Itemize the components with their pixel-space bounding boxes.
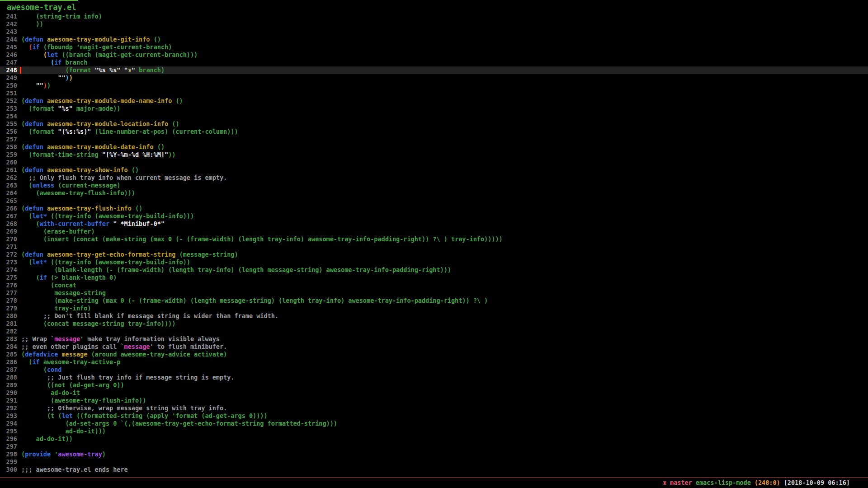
code-text: (if branch: [21, 59, 87, 66]
line-number: 282: [0, 328, 17, 335]
code-line[interactable]: 288 ;; Just flush tray info if message s…: [0, 374, 868, 381]
code-line[interactable]: 262 ;; Only flush tray info when current…: [0, 174, 868, 182]
code-line[interactable]: 277 message-string: [0, 289, 868, 297]
line-number: 297: [0, 443, 17, 450]
code-line[interactable]: 242 )): [0, 20, 868, 28]
line-number: 268: [0, 220, 17, 228]
code-line[interactable]: 253 (format "%s" major-mode)): [0, 105, 868, 113]
code-text: (defun awesome-tray-show-info (): [21, 166, 139, 174]
code-text: ;; Just flush tray info if message strin…: [21, 374, 234, 381]
line-number: 265: [0, 197, 17, 205]
line-number: 284: [0, 343, 17, 351]
code-line[interactable]: 271: [0, 243, 868, 251]
code-line[interactable]: 275 (if (> blank-length 0): [0, 274, 868, 282]
code-line[interactable]: 299: [0, 458, 868, 466]
code-line[interactable]: 281 (concat message-string tray-info)))): [0, 320, 868, 328]
code-line[interactable]: 295 ad-do-it))): [0, 427, 868, 435]
code-line[interactable]: 270 (insert (concat (make-string (max 0 …: [0, 235, 868, 243]
line-number: 275: [0, 274, 17, 282]
code-text: "")): [21, 82, 51, 89]
code-line[interactable]: 273 (let* ((tray-info (awesome-tray-buil…: [0, 258, 868, 266]
tab-bar: awesome-tray.el: [0, 0, 868, 13]
active-tab-indicator: [0, 0, 78, 1]
code-line[interactable]: 292 ;; Otherwise, wrap message string wi…: [0, 404, 868, 412]
code-line[interactable]: 289 ((not (ad-get-arg 0)): [0, 381, 868, 389]
line-number: 251: [0, 89, 17, 97]
code-line[interactable]: 287 (cond: [0, 366, 868, 374]
code-line[interactable]: 247 (if branch: [0, 59, 868, 66]
buffer[interactable]: 241 (string-trim info)242 ))243244(defun…: [0, 13, 868, 474]
cursor: [20, 67, 21, 74]
code-line[interactable]: 244(defun awesome-tray-module-git-info (…: [0, 36, 868, 43]
code-text: (format-time-string "[%Y-%m-%d %H:%M]")): [21, 151, 175, 158]
code-line[interactable]: 241 (string-trim info): [0, 13, 868, 20]
code-line[interactable]: 256 (format "(%s:%s)" (line-number-at-po…: [0, 128, 868, 136]
code-text: (let* ((tray-info (awesome-tray-build-in…: [21, 212, 194, 220]
code-line[interactable]: 254: [0, 113, 868, 120]
code-line[interactable]: 293 (t (let ((formatted-string (apply 'f…: [0, 412, 868, 420]
code-text: (concat message-string tray-info)))): [21, 320, 175, 327]
code-line[interactable]: 260: [0, 159, 868, 166]
code-line[interactable]: 263 (unless (current-message): [0, 182, 868, 189]
line-number: 279: [0, 305, 17, 312]
code-line[interactable]: 266(defun awesome-tray-flush-info (): [0, 205, 868, 212]
code-line[interactable]: 282: [0, 328, 868, 335]
code-line[interactable]: 264 (awesome-tray-flush-info))): [0, 189, 868, 197]
git-branch-icon: ♜: [663, 479, 666, 486]
code-line[interactable]: 291 (awesome-tray-flush-info)): [0, 397, 868, 404]
code-line[interactable]: 250 "")): [0, 82, 868, 89]
code-line[interactable]: 258(defun awesome-tray-module-date-info …: [0, 143, 868, 151]
code-line[interactable]: 286 (if awesome-tray-active-p: [0, 358, 868, 366]
code-line[interactable]: 279 tray-info): [0, 305, 868, 312]
code-line[interactable]: 265: [0, 197, 868, 205]
code-line[interactable]: 268 (with-current-buffer " *Minibuf-0*": [0, 220, 868, 228]
code-line[interactable]: 257: [0, 136, 868, 143]
code-text: (defun awesome-tray-flush-info (): [21, 205, 142, 212]
code-line[interactable]: 298(provide 'awesome-tray): [0, 450, 868, 458]
code-line[interactable]: 290 ad-do-it: [0, 389, 868, 397]
code-line[interactable]: 245 (if (fboundp 'magit-get-current-bran…: [0, 43, 868, 51]
code-line[interactable]: 274 (blank-length (- (frame-width) (leng…: [0, 266, 868, 274]
line-number: 261: [0, 166, 17, 174]
code-line[interactable]: 259 (format-time-string "[%Y-%m-%d %H:%M…: [0, 151, 868, 159]
code-line[interactable]: 284;; even other plugins call `message' …: [0, 343, 868, 351]
code-line[interactable]: 294 (ad-set-args 0 `(,(awesome-tray-get-…: [0, 420, 868, 427]
awesome-tray: ♜ master emacs-lisp-mode (248:0) [2018-1…: [0, 478, 868, 487]
code-line[interactable]: 300;;; awesome-tray.el ends here: [0, 466, 868, 474]
code-line[interactable]: 252(defun awesome-tray-module-mode-name-…: [0, 97, 868, 105]
code-line[interactable]: 248 (format "%s %s" "♜" branch): [0, 66, 868, 74]
line-number: 241: [0, 13, 17, 20]
code-line[interactable]: 283;; Wrap `message' make tray informati…: [0, 335, 868, 343]
code-text: ;; even other plugins call `message' to …: [21, 343, 227, 350]
code-text: (ad-set-args 0 `(,(awesome-tray-get-echo…: [21, 420, 337, 427]
code-text: ad-do-it)): [21, 435, 73, 442]
code-line[interactable]: 285(defadvice message (around awesome-tr…: [0, 351, 868, 358]
code-line[interactable]: 297: [0, 443, 868, 450]
code-line[interactable]: 246 (let ((branch (magit-get-current-bra…: [0, 51, 868, 59]
line-number: 296: [0, 435, 17, 443]
code-line[interactable]: 243: [0, 28, 868, 36]
code-line[interactable]: 280 ;; Don't fill blank if message strin…: [0, 312, 868, 320]
code-line[interactable]: 269 (erase-buffer): [0, 228, 868, 235]
code-text: (make-string (max 0 (- (frame-width) (le…: [21, 297, 488, 304]
code-text: (concat: [21, 282, 76, 289]
line-number: 291: [0, 397, 17, 404]
code-line[interactable]: 267 (let* ((tray-info (awesome-tray-buil…: [0, 212, 868, 220]
code-text: (defun awesome-tray-module-mode-name-inf…: [21, 97, 183, 104]
line-number: 244: [0, 36, 17, 43]
line-number: 270: [0, 235, 17, 243]
code-line[interactable]: 255(defun awesome-tray-module-location-i…: [0, 120, 868, 128]
line-number: 258: [0, 143, 17, 151]
code-line[interactable]: 296 ad-do-it)): [0, 435, 868, 443]
line-number: 280: [0, 312, 17, 320]
line-number: 286: [0, 358, 17, 366]
code-text: (format "%s" major-mode)): [21, 105, 120, 112]
line-number: 281: [0, 320, 17, 328]
code-line[interactable]: 249 "")): [0, 74, 868, 82]
code-line[interactable]: 278 (make-string (max 0 (- (frame-width)…: [0, 297, 868, 305]
buffer-tab[interactable]: awesome-tray.el: [7, 3, 76, 12]
code-line[interactable]: 251: [0, 89, 868, 97]
code-line[interactable]: 261(defun awesome-tray-show-info (): [0, 166, 868, 174]
code-line[interactable]: 272(defun awesome-tray-get-echo-format-s…: [0, 251, 868, 258]
code-line[interactable]: 276 (concat: [0, 282, 868, 289]
